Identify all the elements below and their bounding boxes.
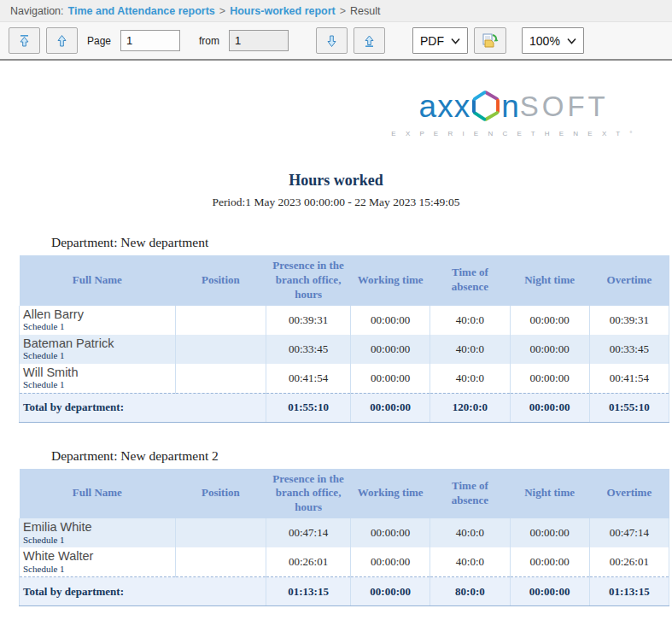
value-cell: 00:00:00 [351,335,430,364]
column-header: Presence in the branch office, hours [266,255,351,306]
zoom-value: 100% [529,34,560,48]
column-header: Time of absence [430,255,510,306]
department-total-value: 00:00:00 [510,393,589,422]
value-cell: 00:00:00 [351,547,430,576]
chevron-down-icon [451,38,460,44]
value-cell: 00:00:00 [351,306,430,335]
department-total-row: Total by department:01:55:1000:00:00120:… [20,393,669,422]
column-header: Presence in the branch office, hours [266,469,351,519]
department-total-label: Total by department: [20,393,266,422]
employee-schedule: Schedule 1 [23,321,172,332]
page-label: Page [87,35,111,47]
total-pages-input[interactable] [229,30,289,51]
employee-name: Emilia White [23,520,172,535]
value-cell: 00:41:54 [589,364,669,393]
table-row: Will SmithSchedule 100:41:5400:00:0040:0… [20,364,669,393]
value-cell: 00:47:14 [266,518,351,547]
employee-name: White Walter [23,549,172,564]
department-total-value: 80:0:0 [430,577,510,606]
department-label: Department: New department 2 [51,448,669,464]
value-cell: 00:47:14 [589,518,669,547]
value-cell: 00:00:00 [351,518,430,547]
employee-name: Allen Barry [23,307,172,322]
breadcrumb-separator: > [219,5,225,17]
first-page-button[interactable] [9,27,40,54]
logo-hexagon-icon [471,90,500,122]
table-row: Emilia WhiteSchedule 100:47:1400:00:0040… [20,518,669,547]
table-row: White WalterSchedule 100:26:0100:00:0040… [20,547,669,576]
report-toolbar: Page from PDF 100% [0,22,672,61]
last-page-button[interactable] [354,27,385,54]
value-cell: 00:33:45 [589,335,669,364]
arrow-up-icon [56,34,68,48]
value-cell: 00:00:00 [351,364,430,393]
employee-cell: Will SmithSchedule 1 [20,364,176,393]
department-label: Department: New department [51,235,669,250]
value-cell: 00:41:54 [266,364,351,393]
breadcrumb-link-time-attendance[interactable]: Time and Attendance reports [68,5,215,17]
zoom-select[interactable]: 100% [522,27,584,54]
value-cell: 40:0:0 [430,518,510,547]
export-button[interactable] [474,27,506,54]
value-cell: 00:00:00 [510,547,589,576]
column-header: Full Name [20,469,176,519]
employee-schedule: Schedule 1 [23,379,172,390]
value-cell: 00:26:01 [266,547,351,576]
breadcrumb-current: Result [350,5,380,17]
department-table: Full NamePositionPresence in the branch … [19,469,669,607]
value-cell: 00:39:31 [266,306,351,335]
page-number-input[interactable] [120,30,180,51]
report-sections: Department: New departmentFull NamePosit… [19,235,669,620]
first-page-icon [18,34,31,48]
report-title: Hours worked [0,172,672,190]
value-cell: 40:0:0 [430,335,510,364]
value-cell: 00:00:00 [510,364,589,393]
breadcrumb: Navigation: Time and Attendance reports … [0,0,672,22]
last-page-icon [363,34,376,48]
value-cell: 00:00:00 [510,335,589,364]
column-header: Position [175,255,266,306]
column-header: Night time [510,469,589,519]
logo-tagline: E X P E R I E N C E T H E N E X T ° [391,130,636,137]
employee-name: Bateman Patrick [23,336,172,351]
axxonsoft-logo: axx n SOFT E X P E R I E N C E T H E N E… [391,90,636,137]
column-header: Full Name [20,255,176,306]
value-cell: 40:0:0 [430,306,510,335]
column-header: Working time [351,469,430,519]
position-cell [175,335,266,364]
breadcrumb-separator: > [340,5,346,17]
value-cell: 00:26:01 [589,547,669,576]
position-cell [175,364,266,393]
column-header: Overtime [589,469,669,519]
value-cell: 40:0:0 [430,547,510,576]
next-page-button[interactable] [316,27,348,54]
column-header: Overtime [589,255,669,306]
department-total-value: 00:00:00 [351,577,430,606]
table-row: Allen BarrySchedule 100:39:3100:00:0040:… [20,306,669,335]
department-total-value: 00:00:00 [351,393,430,422]
column-header: Position [175,469,266,519]
employee-schedule: Schedule 1 [23,564,172,575]
table-header-row: Full NamePositionPresence in the branch … [20,469,669,519]
value-cell: 00:39:31 [589,306,669,335]
department-total-value: 00:00:00 [510,577,589,606]
employee-schedule: Schedule 1 [23,535,172,546]
column-header: Time of absence [430,469,510,519]
breadcrumb-link-hours-worked[interactable]: Hours-worked report [230,5,336,17]
department-total-value: 120:0:0 [430,393,510,422]
breadcrumb-prefix: Navigation: [10,5,64,17]
previous-page-button[interactable] [46,27,78,54]
department-total-value: 01:55:10 [266,393,351,422]
position-cell [175,518,266,547]
department-total-label: Total by department: [20,577,266,606]
employee-schedule: Schedule 1 [23,350,172,361]
department-table: Full NamePositionPresence in the branch … [19,255,669,423]
table-header-row: Full NamePositionPresence in the branch … [20,255,669,306]
employee-cell: Bateman PatrickSchedule 1 [20,335,176,364]
logo-n-text: n [501,91,520,122]
export-format-select[interactable]: PDF [412,27,468,54]
value-cell: 00:33:45 [266,335,351,364]
department-total-row: Total by department:01:13:1500:00:0080:0… [20,577,669,606]
employee-name: Will Smith [23,366,172,380]
employee-cell: White WalterSchedule 1 [20,547,176,576]
